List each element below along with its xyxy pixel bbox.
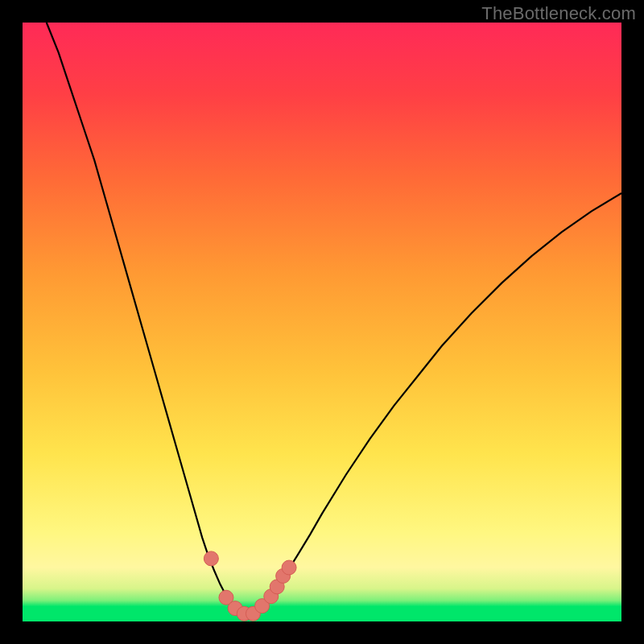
chart-frame: TheBottleneck.com (0, 0, 644, 644)
highlight-markers (204, 551, 296, 621)
bottleneck-curve (47, 23, 621, 613)
marker-point (282, 560, 296, 575)
marker-point (204, 551, 218, 566)
plot-area (23, 23, 621, 621)
chart-svg (23, 23, 621, 621)
watermark-text: TheBottleneck.com (481, 3, 636, 24)
